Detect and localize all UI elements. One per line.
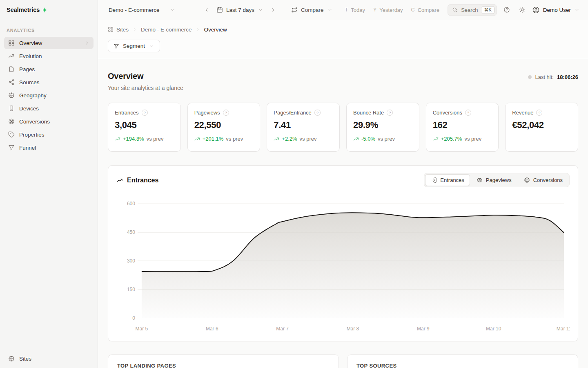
stat-change-suffix: vs prev bbox=[226, 136, 243, 142]
trending-up-icon bbox=[194, 136, 200, 142]
help-button[interactable] bbox=[501, 4, 512, 16]
help-icon[interactable]: ? bbox=[142, 110, 148, 116]
breadcrumb: Sites Demo - E-commerce Overview bbox=[108, 24, 578, 35]
shortcut-key: C bbox=[411, 7, 415, 13]
sidebar-nav: Overview Evolution Pages Sources Geograp… bbox=[0, 37, 98, 154]
sidebar-item-label: Pages bbox=[19, 66, 35, 72]
segment-row: Segment bbox=[108, 40, 578, 52]
sidebar-item-devices[interactable]: Devices bbox=[4, 102, 94, 114]
user-menu[interactable]: Demo User bbox=[532, 6, 580, 14]
last-hit-label: Last hit: bbox=[535, 74, 554, 80]
stat-card-revenue: Revenue ? €52,042 bbox=[505, 103, 578, 152]
shortcut-today[interactable]: T Today bbox=[345, 7, 365, 13]
subheader: Sites Demo - E-commerce Overview Segment bbox=[98, 20, 588, 59]
site-selector-value: Demo - E-commerce bbox=[109, 7, 160, 13]
svg-text:Mar 8: Mar 8 bbox=[347, 326, 359, 332]
trending-up-icon bbox=[116, 177, 123, 184]
stat-change-suffix: vs prev bbox=[147, 136, 164, 142]
trending-up-icon bbox=[353, 136, 359, 142]
chevron-right-icon bbox=[270, 7, 276, 13]
chart-title: Entrances bbox=[116, 177, 158, 184]
stats-row: Entrances ? 3,045 +194.8% vs prev Pagevi… bbox=[108, 103, 578, 152]
sidebar-item-sources[interactable]: Sources bbox=[4, 76, 94, 88]
trending-up-icon bbox=[8, 53, 15, 59]
theme-toggle-button[interactable] bbox=[517, 4, 528, 16]
segment-label: Segment bbox=[123, 43, 145, 49]
tag-icon bbox=[8, 131, 15, 138]
sidebar: Sealmetrics ANALYTICS Overview Evolution… bbox=[0, 0, 98, 368]
site-selector[interactable]: Demo - E-commerce bbox=[109, 7, 176, 13]
breadcrumb-sites[interactable]: Sites bbox=[108, 27, 129, 33]
tab-conversions[interactable]: Conversions bbox=[518, 174, 568, 186]
sidebar-item-label: Devices bbox=[19, 105, 39, 112]
stat-label: Pageviews bbox=[194, 110, 220, 116]
svg-text:450: 450 bbox=[127, 229, 135, 235]
sparkle-icon bbox=[42, 7, 48, 13]
svg-text:Mar 11: Mar 11 bbox=[557, 326, 570, 332]
svg-text:Mar 5: Mar 5 bbox=[136, 326, 148, 332]
search-input[interactable]: Search ⌘K bbox=[448, 4, 497, 16]
sidebar-item-properties[interactable]: Properties bbox=[4, 128, 94, 141]
help-icon[interactable]: ? bbox=[314, 110, 321, 116]
stat-change: +205.7% bbox=[441, 136, 462, 142]
sidebar-item-geography[interactable]: Geography bbox=[4, 89, 94, 101]
stat-value: 162 bbox=[433, 120, 492, 130]
stat-card-pages-entrance: Pages/Entrance ? 7.41 +2.2% vs prev bbox=[267, 103, 340, 152]
search-label: Search bbox=[461, 7, 478, 13]
sidebar-item-pages[interactable]: Pages bbox=[4, 63, 94, 75]
funnel-icon bbox=[8, 144, 15, 151]
stat-card-pageviews: Pageviews ? 22,550 +201.1% vs prev bbox=[187, 103, 261, 152]
last-hit-value: 18:06:26 bbox=[557, 74, 578, 80]
smartphone-icon bbox=[8, 105, 15, 112]
chevron-down-icon bbox=[149, 43, 154, 49]
sidebar-item-conversions[interactable]: Conversions bbox=[4, 115, 94, 128]
stat-label: Entrances bbox=[115, 110, 139, 116]
help-icon[interactable]: ? bbox=[223, 110, 229, 116]
eye-icon bbox=[477, 177, 483, 183]
stat-value: 3,045 bbox=[115, 120, 174, 130]
sidebar-item-evolution[interactable]: Evolution bbox=[4, 50, 94, 62]
svg-text:Mar 7: Mar 7 bbox=[276, 326, 289, 332]
stat-change-suffix: vs prev bbox=[464, 136, 481, 142]
breadcrumb-site[interactable]: Demo - E-commerce bbox=[141, 27, 192, 33]
prev-period-button[interactable] bbox=[201, 4, 212, 16]
target-icon bbox=[524, 177, 530, 183]
stat-change: -5.0% bbox=[361, 136, 375, 142]
funnel-icon bbox=[114, 43, 119, 49]
stat-card-bounce-rate: Bounce Rate ? 29.9% -5.0% vs prev bbox=[346, 103, 419, 152]
sidebar-item-label: Conversions bbox=[19, 119, 50, 125]
help-icon[interactable]: ? bbox=[536, 110, 542, 116]
help-icon[interactable]: ? bbox=[387, 110, 393, 116]
main-area: Demo - E-commerce Last 7 days Compare T bbox=[98, 0, 588, 368]
file-icon bbox=[8, 66, 15, 72]
content: Overview Your site analytics at a glance… bbox=[98, 59, 588, 368]
compare-control[interactable]: Compare bbox=[291, 7, 333, 13]
compare-label: Compare bbox=[301, 7, 324, 13]
trending-up-icon bbox=[433, 136, 439, 142]
shortcut-yesterday[interactable]: Y Yesterday bbox=[373, 7, 403, 13]
tab-pageviews[interactable]: Pageviews bbox=[471, 174, 517, 186]
chevron-right-icon bbox=[132, 27, 137, 32]
page-head: Overview Your site analytics at a glance… bbox=[108, 72, 578, 91]
svg-text:Mar 9: Mar 9 bbox=[417, 326, 430, 332]
user-circle-icon bbox=[532, 6, 540, 14]
tab-entrances[interactable]: Entrances bbox=[425, 174, 470, 186]
shortcut-label: Today bbox=[351, 7, 365, 13]
sidebar-footer-sites[interactable]: Sites bbox=[0, 349, 98, 368]
svg-text:150: 150 bbox=[127, 287, 135, 292]
svg-text:0: 0 bbox=[132, 315, 135, 321]
chevron-right-icon bbox=[85, 40, 89, 45]
svg-text:Mar 10: Mar 10 bbox=[486, 326, 501, 332]
help-circle-icon bbox=[503, 7, 510, 13]
chevron-right-icon bbox=[196, 27, 200, 32]
sidebar-item-funnel[interactable]: Funnel bbox=[4, 141, 94, 154]
segment-button[interactable]: Segment bbox=[108, 40, 160, 52]
search-kbd: ⌘K bbox=[481, 6, 494, 14]
sidebar-item-overview[interactable]: Overview bbox=[4, 37, 94, 49]
top-sources-panel: TOP SOURCES bbox=[347, 355, 578, 368]
next-period-button[interactable] bbox=[267, 4, 279, 16]
help-icon[interactable]: ? bbox=[465, 110, 471, 116]
stat-card-entrances: Entrances ? 3,045 +194.8% vs prev bbox=[108, 103, 181, 152]
shortcut-compare[interactable]: C Compare bbox=[411, 7, 440, 13]
date-range-picker[interactable]: Last 7 days bbox=[214, 7, 266, 13]
